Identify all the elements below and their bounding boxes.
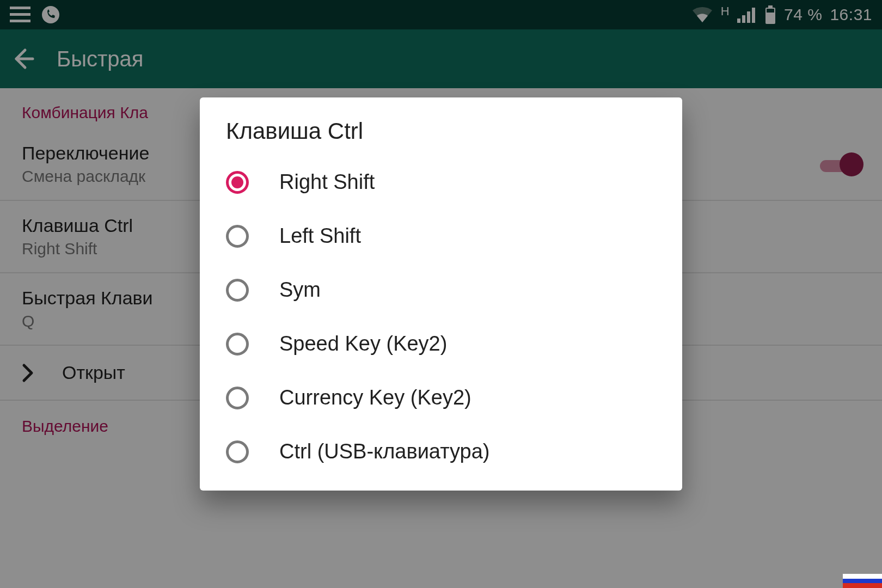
radio-icon [226,440,249,463]
radio-label: Currency Key (Key2) [279,386,471,409]
radio-option-currency-key[interactable]: Currency Key (Key2) [200,371,682,425]
radio-icon [226,387,249,409]
dialog-title: Клавиша Ctrl [200,118,682,155]
radio-label: Speed Key (Key2) [279,332,447,356]
russian-flag-icon [843,574,882,588]
radio-option-sym[interactable]: Sym [200,263,682,317]
radio-label: Right Shift [279,170,375,194]
dialog-ctrl-key: Клавиша Ctrl Right Shift Left Shift Sym … [200,97,682,491]
radio-icon [226,333,249,356]
radio-icon [226,225,249,248]
radio-option-speed-key[interactable]: Speed Key (Key2) [200,317,682,371]
radio-label: Ctrl (USB-клавиатура) [279,440,490,463]
radio-label: Sym [279,278,321,302]
radio-option-right-shift[interactable]: Right Shift [200,155,682,209]
radio-label: Left Shift [279,224,361,248]
radio-icon [226,279,249,302]
radio-option-left-shift[interactable]: Left Shift [200,209,682,263]
radio-option-ctrl-usb[interactable]: Ctrl (USB-клавиатура) [200,425,682,479]
radio-icon [226,171,249,194]
